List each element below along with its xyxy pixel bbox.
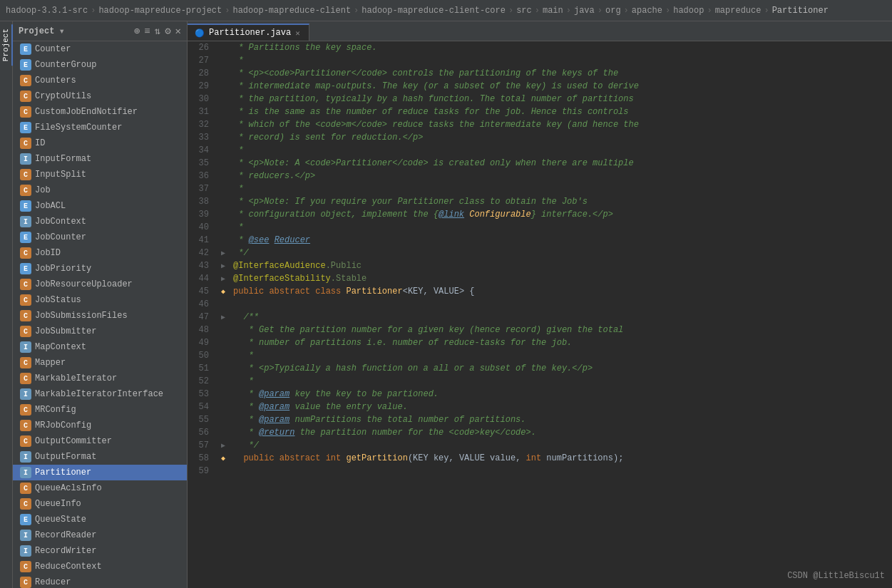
line-content-57[interactable]: */ bbox=[230, 439, 892, 452]
locate-icon[interactable]: ⊕ bbox=[134, 25, 140, 37]
line-content-46[interactable] bbox=[230, 298, 892, 311]
sidebar-item-countergroup[interactable]: ECounterGroup bbox=[13, 57, 187, 73]
fold-icon[interactable]: ▶ bbox=[221, 262, 225, 270]
line-content-52[interactable]: * bbox=[230, 375, 892, 388]
breadcrumb-item-9[interactable]: hadoop bbox=[673, 6, 704, 16]
line-content-26[interactable]: * Partitions the key space. bbox=[230, 41, 892, 54]
sidebar-item-jobsubmissionfiles[interactable]: CJobSubmissionFiles bbox=[13, 308, 187, 324]
line-content-58[interactable]: public abstract int getPartition(KEY key… bbox=[230, 452, 892, 465]
sidebar-item-outputcommitter[interactable]: COutputCommitter bbox=[13, 433, 187, 449]
close-icon[interactable]: ✕ bbox=[175, 25, 181, 37]
sidebar-item-jobacl[interactable]: EJobACL bbox=[13, 198, 187, 214]
line-content-30[interactable]: * the partition, typically by a hash fun… bbox=[230, 93, 892, 105]
sidebar-item-mapcontext[interactable]: IMapContext bbox=[13, 339, 187, 355]
line-content-33[interactable]: * record) is sent for reduction.</p> bbox=[230, 131, 892, 144]
sidebar-item-jobcontext[interactable]: IJobContext bbox=[13, 214, 187, 229]
sidebar-item-jobid[interactable]: CJobID bbox=[13, 245, 187, 261]
line-content-27[interactable]: * bbox=[230, 54, 892, 67]
sidebar-item-mrjobconfig[interactable]: CMRJobConfig bbox=[13, 418, 187, 433]
breadcrumb-item-4[interactable]: src bbox=[516, 6, 532, 16]
line-content-59[interactable] bbox=[230, 465, 892, 478]
sidebar-item-id[interactable]: CID bbox=[13, 135, 187, 151]
sidebar-item-queueinfo[interactable]: CQueueInfo bbox=[13, 496, 187, 512]
line-content-48[interactable]: * Get the partition number for a given k… bbox=[230, 324, 892, 336]
tab-close-button[interactable]: ✕ bbox=[295, 29, 300, 38]
line-content-28[interactable]: * <p><code>Partitioner</code> controls t… bbox=[230, 67, 892, 80]
sidebar-item-reducer[interactable]: CReducer bbox=[13, 574, 187, 588]
breadcrumb-item-10[interactable]: mapreduce bbox=[715, 6, 762, 16]
sidebar-item-markableiterator[interactable]: CMarkableIterator bbox=[13, 371, 187, 386]
breadcrumb-item-8[interactable]: apache bbox=[632, 6, 662, 16]
sidebar-item-queuestate[interactable]: EQueueState bbox=[13, 512, 187, 527]
breadcrumb-item-11[interactable]: Partitioner bbox=[772, 6, 829, 16]
sidebar-item-outputformat[interactable]: IOutputFormat bbox=[13, 449, 187, 465]
sidebar-item-cryptoutils[interactable]: CCryptoUtils bbox=[13, 88, 187, 104]
breadcrumb-item-6[interactable]: java bbox=[574, 6, 595, 16]
sidebar-item-jobpriority[interactable]: EJobPriority bbox=[13, 261, 187, 277]
line-content-53[interactable]: * @param key the key to be partioned. bbox=[230, 388, 892, 401]
sidebar-item-counter[interactable]: ECounter bbox=[13, 41, 187, 57]
sidebar-item-mapper[interactable]: CMapper bbox=[13, 355, 187, 371]
tab-partitioner[interactable]: 🔵 Partitioner.java ✕ bbox=[188, 24, 309, 41]
sidebar-item-inputsplit[interactable]: CInputSplit bbox=[13, 167, 187, 182]
line-gutter-57[interactable]: ▶ bbox=[216, 439, 230, 452]
line-content-39[interactable]: * configuration object, implement the {@… bbox=[230, 208, 892, 221]
line-content-34[interactable]: * bbox=[230, 144, 892, 157]
line-gutter-58[interactable]: ◆ bbox=[216, 452, 230, 465]
line-content-51[interactable]: * <p>Typically a hash function on a all … bbox=[230, 362, 892, 375]
line-content-31[interactable]: * is the same as the number of reduce ta… bbox=[230, 105, 892, 118]
sidebar-item-recordreader[interactable]: IRecordReader bbox=[13, 527, 187, 543]
sidebar-item-queueaclsinfo[interactable]: CQueueAclsInfo bbox=[13, 480, 187, 496]
sidebar-item-customjobendnotifier[interactable]: CCustomJobEndNotifier bbox=[13, 104, 187, 120]
line-content-49[interactable]: * number of partitions i.e. number of re… bbox=[230, 336, 892, 349]
line-content-55[interactable]: * @param numPartitions the total number … bbox=[230, 413, 892, 426]
sidebar-item-markableiteratorinterface[interactable]: IMarkableIteratorInterface bbox=[13, 386, 187, 402]
line-content-29[interactable]: * intermediate map-outputs. The key (or … bbox=[230, 80, 892, 93]
sidebar-item-counters[interactable]: CCounters bbox=[13, 73, 187, 88]
line-content-41[interactable]: * @see Reducer bbox=[230, 234, 892, 247]
fold-icon[interactable]: ▶ bbox=[221, 313, 225, 321]
vtab-project[interactable]: Project bbox=[0, 24, 13, 66]
breadcrumb-item-1[interactable]: hadoop-mapreduce-project bbox=[98, 6, 222, 16]
fold-icon[interactable]: ▶ bbox=[221, 249, 225, 257]
sidebar-item-job[interactable]: CJob bbox=[13, 182, 187, 198]
line-gutter-45[interactable]: ◆ bbox=[216, 285, 230, 298]
line-gutter-47[interactable]: ▶ bbox=[216, 311, 230, 324]
collapse-icon[interactable]: ≡ bbox=[144, 26, 150, 37]
line-content-32[interactable]: * which of the <code>m</code> reduce tas… bbox=[230, 118, 892, 131]
line-content-50[interactable]: * bbox=[230, 349, 892, 362]
sidebar-item-filesystemcounter[interactable]: EFileSystemCounter bbox=[13, 120, 187, 135]
line-gutter-44[interactable]: ▶ bbox=[216, 272, 230, 285]
line-content-35[interactable]: * <p>Note: A <code>Partitioner</code> is… bbox=[230, 157, 892, 170]
line-content-56[interactable]: * @return the partition number for the <… bbox=[230, 426, 892, 439]
sidebar-item-mrconfig[interactable]: CMRConfig bbox=[13, 402, 187, 418]
breadcrumb-item-0[interactable]: hadoop-3.3.1-src bbox=[6, 6, 88, 16]
settings-icon[interactable]: ⚙ bbox=[165, 25, 170, 37]
line-content-44[interactable]: @InterfaceStability.Stable bbox=[230, 272, 892, 285]
breadcrumb-item-7[interactable]: org bbox=[605, 6, 621, 16]
code-editor[interactable]: 26 * Partitions the key space.27 *28 * <… bbox=[188, 41, 892, 588]
line-content-37[interactable]: * bbox=[230, 182, 892, 195]
sidebar-item-recordwriter[interactable]: IRecordWriter bbox=[13, 543, 187, 559]
line-content-42[interactable]: */ bbox=[230, 247, 892, 259]
line-content-40[interactable]: * bbox=[230, 221, 892, 234]
breadcrumb-item-2[interactable]: hadoop-mapreduce-client bbox=[232, 6, 351, 16]
sidebar-item-jobresourceuploader[interactable]: CJobResourceUploader bbox=[13, 277, 187, 292]
line-content-38[interactable]: * <p>Note: If you require your Partition… bbox=[230, 195, 892, 208]
line-content-43[interactable]: @InterfaceAudience.Public bbox=[230, 259, 892, 272]
sidebar-item-reducecontext[interactable]: CReduceContext bbox=[13, 559, 187, 574]
line-content-36[interactable]: * reducers.</p> bbox=[230, 170, 892, 182]
sidebar-item-jobsubmitter[interactable]: CJobSubmitter bbox=[13, 324, 187, 339]
expand-icon[interactable]: ⇅ bbox=[155, 25, 160, 37]
breadcrumb-item-5[interactable]: main bbox=[543, 6, 563, 16]
fold-icon[interactable]: ▶ bbox=[221, 441, 225, 450]
line-content-45[interactable]: public abstract class Partitioner<KEY, V… bbox=[230, 285, 892, 298]
dropdown-icon[interactable]: ▾ bbox=[58, 25, 64, 37]
sidebar-item-inputformat[interactable]: IInputFormat bbox=[13, 151, 187, 167]
line-content-54[interactable]: * @param value the entry value. bbox=[230, 401, 892, 413]
fold-icon[interactable]: ▶ bbox=[221, 274, 225, 283]
sidebar-item-jobcounter[interactable]: EJobCounter bbox=[13, 229, 187, 245]
line-gutter-43[interactable]: ▶ bbox=[216, 259, 230, 272]
line-gutter-42[interactable]: ▶ bbox=[216, 247, 230, 259]
sidebar-item-partitioner[interactable]: IPartitioner bbox=[13, 465, 187, 480]
